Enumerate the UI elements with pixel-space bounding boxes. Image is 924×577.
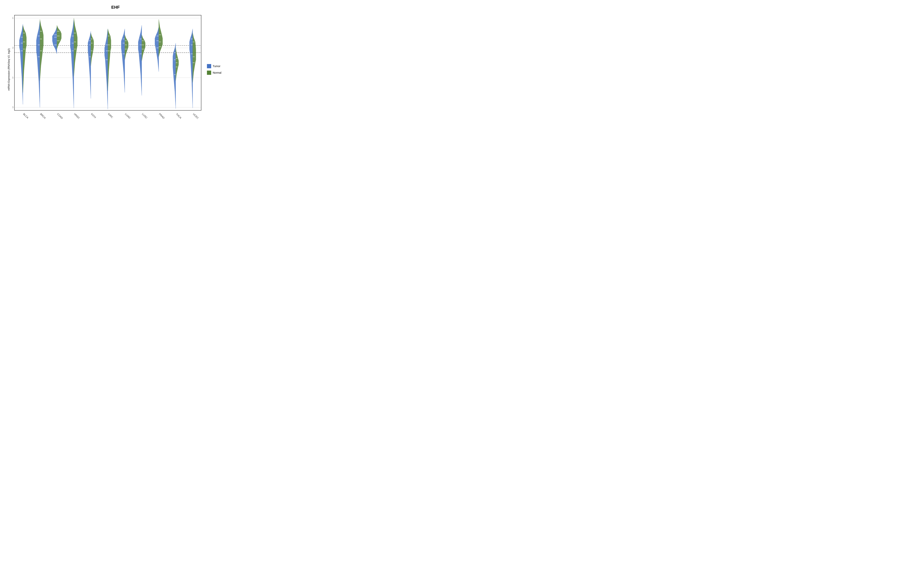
svg-text:KIRC: KIRC xyxy=(107,113,113,119)
svg-text:HNSC: HNSC xyxy=(73,113,80,119)
legend-label-normal: Normal xyxy=(213,71,221,74)
svg-text:0: 0 xyxy=(13,106,13,109)
svg-text:5: 5 xyxy=(13,76,13,79)
svg-text:10: 10 xyxy=(13,46,13,49)
legend-box-tumor xyxy=(207,64,211,68)
svg-text:LUSC: LUSC xyxy=(141,113,148,119)
svg-text:LUAD: LUAD xyxy=(124,113,131,119)
svg-text:BLCA: BLCA xyxy=(23,113,29,119)
legend-item-normal: Normal xyxy=(207,71,221,75)
svg-text:15: 15 xyxy=(13,16,13,19)
legend-box-normal xyxy=(207,71,211,75)
legend-item-tumor: Tumor xyxy=(207,64,220,68)
plot-and-legend: 051015BLCABRCACOADHNSCKICHKIRCLUADLUSCPR… xyxy=(13,12,226,127)
main-plot: 051015BLCABRCACOADHNSCKICHKIRCLUADLUSCPR… xyxy=(13,12,203,127)
svg-text:KICH: KICH xyxy=(90,113,97,119)
svg-text:THCA: THCA xyxy=(175,113,182,119)
svg-text:BRCA: BRCA xyxy=(39,113,47,119)
plot-wrapper: 051015BLCABRCACOADHNSCKICHKIRCLUADLUSCPR… xyxy=(13,12,203,127)
legend-label-tumor: Tumor xyxy=(213,64,220,68)
svg-text:COAD: COAD xyxy=(57,113,63,119)
legend: Tumor Normal xyxy=(203,12,226,127)
chart-area: mRNA Expression (RNASeq V2, log2) 051015… xyxy=(5,12,226,127)
y-axis-label: mRNA Expression (RNASeq V2, log2) xyxy=(5,12,13,127)
chart-title: EHF xyxy=(5,3,226,10)
chart-container: EHF mRNA Expression (RNASeq V2, log2) 05… xyxy=(5,3,226,141)
svg-text:PRAD: PRAD xyxy=(158,113,165,119)
svg-text:UCEC: UCEC xyxy=(192,113,199,119)
